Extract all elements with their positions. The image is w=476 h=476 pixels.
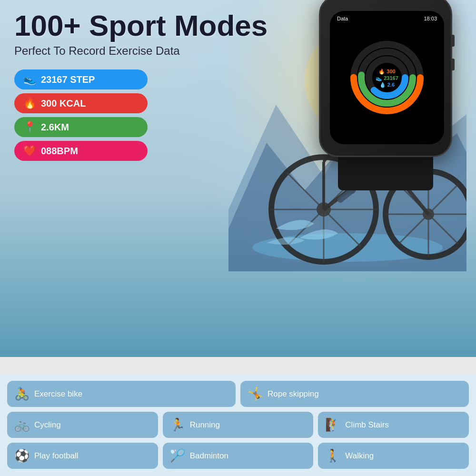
- watch-button-top: [451, 35, 455, 47]
- sport-card-walking: 🚶 Walking: [318, 443, 469, 469]
- watch-data-label: Data: [337, 16, 348, 21]
- steps-value: 23167 STEP: [41, 74, 95, 85]
- rope-skipping-label: Rope skipping: [268, 389, 319, 399]
- climb-stairs-label: Climb Stairs: [345, 420, 389, 430]
- stat-distance: 📍 2.6KM: [14, 117, 148, 137]
- exercise-bike-label: Exercise bike: [34, 389, 82, 399]
- stat-calories: 🔥 300 KCAL: [14, 93, 148, 113]
- watch-container: Data 18:03: [309, 0, 462, 171]
- main-content: 100+ Sport Modes Perfect To Record Exerc…: [0, 0, 476, 476]
- walking-label: Walking: [345, 451, 374, 461]
- stat-steps: 👟 23167 STEP: [14, 69, 148, 89]
- sport-card-climb-stairs: 🧗 Climb Stairs: [318, 412, 469, 438]
- sport-grid: 🚲 Cycling 🏃 Running 🧗 Climb Stairs ⚽ Pla…: [7, 412, 469, 469]
- badminton-label: Badminton: [190, 451, 228, 461]
- stat-bpm: ❤️ 088BPM: [14, 141, 148, 161]
- watch-button-bottom: [451, 59, 455, 70]
- watch-time: 18:03: [424, 16, 437, 21]
- watch-body: Data 18:03: [319, 0, 452, 157]
- play-football-label: Play football: [34, 451, 79, 461]
- svg-text:👟 23167: 👟 23167: [376, 75, 398, 81]
- sport-card-badminton: 🏸 Badminton: [163, 443, 314, 469]
- walking-icon: 🚶: [325, 448, 340, 463]
- calories-icon: 🔥: [23, 97, 36, 109]
- watch-screen: Data 18:03: [330, 11, 444, 144]
- watch-ring-chart: 🔥 300 👟 23167 💧 2.6: [347, 37, 427, 118]
- spacer: [0, 168, 476, 374]
- top-sport-row: 🚴 Exercise bike 🤸 Rope skipping: [7, 381, 469, 407]
- bottom-section: 🚴 Exercise bike 🤸 Rope skipping 🚲 Cyclin…: [0, 374, 476, 476]
- running-label: Running: [190, 420, 220, 430]
- watch-display-header: Data 18:03: [330, 16, 444, 21]
- watch-band-bottom: [338, 157, 433, 190]
- cycling-label: Cycling: [34, 420, 61, 430]
- sport-card-running: 🏃 Running: [163, 412, 314, 438]
- svg-text:💧 2.6: 💧 2.6: [379, 81, 395, 88]
- distance-icon: 📍: [23, 121, 36, 133]
- sport-card-cycling: 🚲 Cycling: [7, 412, 158, 438]
- badminton-icon: 🏸: [170, 448, 185, 463]
- rope-skipping-icon: 🤸: [248, 387, 263, 401]
- cycling-icon: 🚲: [14, 417, 30, 432]
- sport-card-play-football: ⚽ Play football: [7, 443, 158, 469]
- climb-stairs-icon: 🧗: [325, 417, 340, 432]
- exercise-bike-icon: 🚴: [14, 387, 30, 401]
- play-football-icon: ⚽: [14, 448, 30, 463]
- calories-value: 300 KCAL: [41, 98, 86, 109]
- svg-text:🔥 300: 🔥 300: [378, 68, 395, 75]
- sport-card-rope-skipping: 🤸 Rope skipping: [240, 381, 469, 407]
- running-icon: 🏃: [170, 417, 185, 432]
- bpm-icon: ❤️: [23, 145, 36, 157]
- stats-area: 👟 23167 STEP 🔥 300 KCAL 📍 2.6KM ❤️ 088BP…: [0, 62, 171, 168]
- sport-card-exercise-bike: 🚴 Exercise bike: [7, 381, 236, 407]
- bpm-value: 088BPM: [41, 146, 78, 157]
- distance-value: 2.6KM: [41, 122, 69, 133]
- steps-icon: 👟: [23, 73, 36, 86]
